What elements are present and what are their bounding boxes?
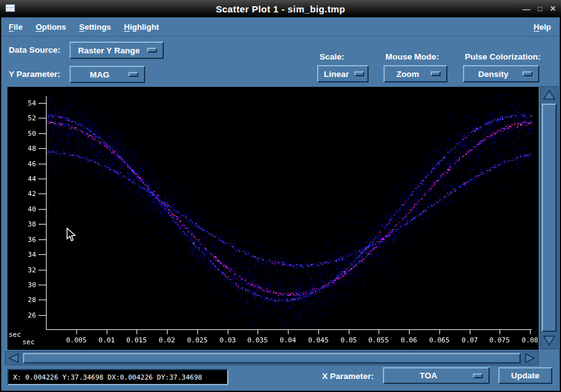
menu-file[interactable]: File — [9, 22, 22, 32]
optionmenu-indicator-icon — [128, 72, 138, 77]
window-buttons: — □ ✕ — [523, 0, 556, 17]
window-title: Scatter Plot 1 - sim_big.tmp — [0, 4, 561, 14]
x-parameter-value: TOA — [384, 371, 473, 380]
minimize-button[interactable]: — — [523, 5, 531, 13]
application-window: { "palette": { "base_blue": "#4a79a5", "… — [0, 0, 561, 392]
update-button-label: Update — [511, 371, 540, 380]
menubar: File Options Settings Highlight Help — [1, 17, 560, 37]
scroll-left-arrow-icon[interactable] — [7, 353, 20, 363]
scroll-right-arrow-icon[interactable] — [523, 353, 537, 363]
x-parameter-label: X Parameter: — [322, 372, 374, 381]
data-source-label: Data Source: — [9, 45, 60, 55]
y-parameter-label: Y Parameter: — [9, 69, 60, 79]
coordinate-readout-text: X: 0.004226 Y:37.34698 DX:0.004226 DY:37… — [13, 373, 202, 381]
data-source-optionmenu[interactable]: Raster Y Range — [70, 42, 164, 59]
maximize-button[interactable]: □ — [538, 5, 542, 12]
scroll-up-arrow-icon[interactable] — [542, 88, 557, 102]
update-button[interactable]: Update — [498, 367, 552, 384]
menu-settings[interactable]: Settings — [79, 22, 111, 32]
window-menu-icon[interactable] — [6, 4, 15, 12]
optionmenu-indicator-icon — [354, 71, 364, 76]
pulse-colorization-optionmenu[interactable]: Density — [463, 65, 539, 82]
optionmenu-indicator-icon — [523, 71, 532, 76]
mouse-mode-optionmenu[interactable]: Zoom — [384, 65, 447, 82]
close-button[interactable]: ✕ — [550, 5, 556, 12]
menu-highlight[interactable]: Highlight — [124, 22, 159, 32]
vertical-scrollbar-thumb[interactable] — [542, 104, 557, 332]
menu-help[interactable]: Help — [534, 22, 551, 32]
scale-label: Scale: — [320, 52, 344, 61]
coordinate-readout: X: 0.004226 Y:37.34698 DX:0.004226 DY:37… — [7, 369, 228, 385]
x-parameter-optionmenu[interactable]: TOA — [383, 367, 490, 384]
horizontal-scrollbar-thumb[interactable] — [23, 353, 521, 363]
titlebar[interactable]: Scatter Plot 1 - sim_big.tmp — □ ✕ — [0, 0, 561, 18]
mouse-mode-value: Zoom — [385, 69, 431, 79]
vertical-scrollbar[interactable] — [540, 86, 559, 349]
y-parameter-optionmenu[interactable]: MAG — [70, 66, 145, 83]
horizontal-scrollbar[interactable] — [5, 351, 539, 365]
mouse-mode-label: Mouse Mode: — [385, 52, 439, 61]
optionmenu-indicator-icon — [431, 71, 441, 76]
scatter-plot-canvas[interactable] — [7, 87, 539, 350]
scroll-down-arrow-icon[interactable] — [542, 334, 557, 347]
pulse-colorization-value: Density — [464, 69, 523, 79]
control-panel: Data Source: Raster Y Range Y Parameter:… — [1, 37, 560, 87]
scale-value: Linear — [318, 69, 354, 79]
y-parameter-value: MAG — [71, 70, 128, 79]
optionmenu-indicator-icon — [147, 48, 157, 53]
optionmenu-indicator-icon — [473, 373, 483, 378]
data-source-value: Raster Y Range — [71, 46, 147, 55]
menu-options[interactable]: Options — [35, 22, 66, 32]
plot-area — [7, 87, 539, 350]
pulse-colorization-label: Pulse Colorization: — [465, 52, 541, 61]
scale-optionmenu[interactable]: Linear — [317, 65, 369, 82]
